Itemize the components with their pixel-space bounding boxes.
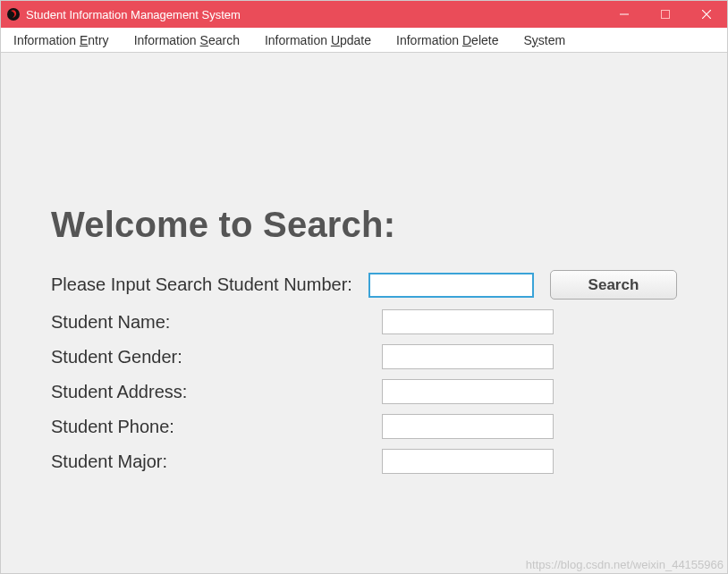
- major-input[interactable]: [382, 449, 554, 474]
- search-input[interactable]: [368, 273, 534, 298]
- field-label: Student Phone:: [51, 417, 382, 437]
- field-label: Student Name:: [51, 312, 382, 333]
- field-row-major: Student Major:: [51, 449, 677, 474]
- name-input[interactable]: [382, 309, 554, 334]
- minimize-button[interactable]: [604, 1, 645, 28]
- field-label: Student Address:: [51, 382, 382, 402]
- field-row-phone: Student Phone:: [51, 414, 677, 439]
- search-row: Please Input Search Student Number: Sear…: [51, 270, 677, 300]
- field-row-name: Student Name:: [51, 309, 677, 334]
- menu-information-update[interactable]: Information Update: [265, 33, 371, 47]
- field-label: Student Gender:: [51, 347, 382, 367]
- app-icon: [6, 7, 21, 21]
- address-input[interactable]: [382, 379, 554, 404]
- watermark: https://blog.csdn.net/weixin_44155966: [526, 558, 724, 571]
- menu-information-search[interactable]: Information Search: [134, 33, 240, 47]
- gender-input[interactable]: [382, 344, 554, 369]
- search-label: Please Input Search Student Number:: [51, 274, 368, 295]
- menu-information-entry[interactable]: Information Entry: [13, 33, 109, 47]
- menubar: Information Entry Information Search Inf…: [1, 28, 727, 53]
- field-label: Student Major:: [51, 452, 382, 472]
- maximize-button[interactable]: [645, 1, 686, 28]
- menu-system[interactable]: System: [523, 33, 565, 47]
- window-titlebar: Student Information Management System: [1, 1, 727, 28]
- field-row-address: Student Address:: [51, 379, 677, 404]
- menu-information-delete[interactable]: Information Delete: [396, 33, 498, 47]
- search-button[interactable]: Search: [550, 270, 677, 300]
- window-title: Student Information Management System: [26, 8, 241, 21]
- svg-rect-2: [662, 11, 670, 19]
- close-button[interactable]: [686, 1, 727, 28]
- svg-point-0: [7, 8, 20, 21]
- phone-input[interactable]: [382, 414, 554, 439]
- field-row-gender: Student Gender:: [51, 344, 677, 369]
- page-heading: Welcome to Search:: [51, 205, 677, 245]
- main-content: Welcome to Search: Please Input Search S…: [1, 53, 727, 474]
